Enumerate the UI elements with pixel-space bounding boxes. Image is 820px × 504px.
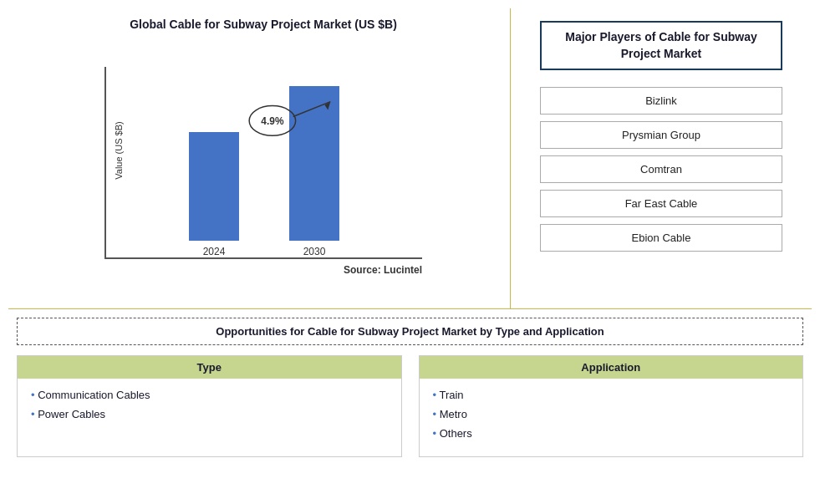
opportunities-content: Type Communication Cables Power Cables A… — [17, 355, 803, 457]
bar-group-2030: 2030 — [289, 86, 339, 257]
bar-group-2024: 2024 — [189, 132, 239, 257]
player-prysmian: Prysmian Group — [540, 121, 782, 149]
chart-area: Global Cable for Subway Project Market (… — [8, 8, 511, 308]
opportunities-title: Opportunities for Cable for Subway Proje… — [17, 318, 803, 345]
app-item-2: Others — [433, 427, 790, 440]
bar-label-2024: 2024 — [203, 246, 226, 257]
player-bizlink: Bizlink — [540, 87, 782, 115]
bottom-section: Opportunities for Cable for Subway Proje… — [8, 309, 812, 496]
type-item-1: Power Cables — [31, 408, 388, 420]
player-comtran: Comtran — [540, 155, 782, 183]
players-title: Major Players of Cable for Subway Projec… — [540, 21, 782, 70]
type-item-0: Communication Cables — [31, 389, 388, 401]
application-column: Application Train Metro Others — [419, 355, 804, 457]
source-text: Source: Lucintel — [104, 264, 422, 276]
players-area: Major Players of Cable for Subway Projec… — [511, 8, 812, 308]
app-item-0: Train — [433, 389, 790, 401]
type-column: Type Communication Cables Power Cables — [17, 355, 402, 457]
bar-2024 — [189, 132, 239, 241]
type-header: Type — [18, 356, 401, 379]
main-container: Global Cable for Subway Project Market (… — [0, 0, 820, 504]
top-section: Global Cable for Subway Project Market (… — [8, 8, 812, 309]
bars-container: 4.9% 2024 2030 — [104, 67, 422, 259]
player-fareast: Far East Cable — [540, 190, 782, 217]
type-body: Communication Cables Power Cables — [18, 379, 401, 437]
bar-2030 — [289, 86, 339, 241]
chart-title: Global Cable for Subway Project Market (… — [130, 17, 397, 33]
chart-wrapper: Value (US $B) 4.9% 2024 — [104, 42, 422, 259]
player-ebion: Ebion Cable — [540, 224, 782, 252]
app-item-1: Metro — [433, 408, 790, 420]
annotation-svg: 4.9% — [106, 67, 422, 257]
application-body: Train Metro Others — [420, 379, 803, 456]
bar-label-2030: 2030 — [303, 246, 326, 257]
application-header: Application — [420, 356, 803, 379]
svg-text:4.9%: 4.9% — [261, 115, 284, 127]
